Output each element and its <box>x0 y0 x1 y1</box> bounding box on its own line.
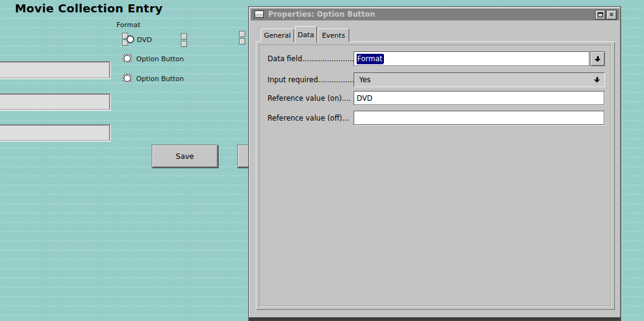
dialog-title: Properties: Option Button <box>268 10 375 19</box>
window-icon <box>255 11 264 18</box>
data-field-combobox[interactable]: Format <box>354 51 590 66</box>
input-required-label: Input required................. <box>268 75 357 84</box>
data-tab-panel: Data field........................ Forma… <box>256 41 615 310</box>
tab-events[interactable]: Events <box>318 28 349 42</box>
form-text-field[interactable] <box>0 61 110 79</box>
input-required-value: Yes <box>359 75 371 84</box>
radio-circle-icon <box>124 55 131 62</box>
tab-general-label: General <box>264 32 290 40</box>
tab-events-label: Events <box>322 32 345 40</box>
format-label: Format <box>116 21 141 29</box>
form-designer-canvas: Movie Collection Entry Format DVD Option… <box>0 0 644 321</box>
reference-off-input[interactable] <box>354 111 604 125</box>
save-button-label: Save <box>176 152 194 161</box>
tab-data-label: Data <box>298 31 314 39</box>
input-required-dropdown[interactable]: Yes <box>354 72 605 87</box>
tab-general[interactable]: General <box>261 28 294 42</box>
form-title: Movie Collection Entry <box>15 2 163 15</box>
dropdown-arrow-icon <box>594 77 600 83</box>
reference-on-input[interactable]: DVD <box>354 91 604 105</box>
data-field-value: Format <box>357 54 383 64</box>
save-button[interactable]: Save <box>152 145 218 168</box>
option-radio-button[interactable] <box>123 74 132 82</box>
form-text-field[interactable] <box>0 124 110 141</box>
maximize-icon <box>598 12 603 17</box>
radio-circle-icon <box>124 75 131 82</box>
reference-on-label: Reference value (on).... <box>268 94 351 103</box>
dialog-titlebar[interactable]: Properties: Option Button <box>251 9 619 20</box>
data-field-dropdown-button[interactable] <box>590 51 605 66</box>
properties-dialog: Properties: Option Button ✕ General Data… <box>248 6 621 321</box>
form-text-field[interactable] <box>0 93 110 110</box>
reference-on-value: DVD <box>357 94 372 103</box>
dvd-radio-label: DVD <box>137 36 152 44</box>
dialog-bottom-border <box>249 317 620 320</box>
tab-data[interactable]: Data <box>295 26 317 43</box>
selection-handle[interactable] <box>181 41 187 47</box>
selection-handle[interactable] <box>239 38 245 45</box>
maximize-button[interactable] <box>595 10 606 20</box>
option-radio-button[interactable] <box>123 54 132 62</box>
dvd-radio-button[interactable] <box>126 35 134 43</box>
dropdown-arrow-icon <box>594 56 601 62</box>
option-radio-label: Option Button <box>136 75 184 83</box>
option-radio-label: Option Button <box>136 55 184 63</box>
data-field-label: Data field........................ <box>268 54 357 63</box>
selection-handle[interactable] <box>239 31 245 37</box>
reference-off-label: Reference value (off)... <box>268 114 349 122</box>
text-caret <box>383 54 384 63</box>
close-icon: ✕ <box>609 12 614 18</box>
close-button[interactable]: ✕ <box>606 10 617 20</box>
selection-handle[interactable] <box>181 33 187 40</box>
